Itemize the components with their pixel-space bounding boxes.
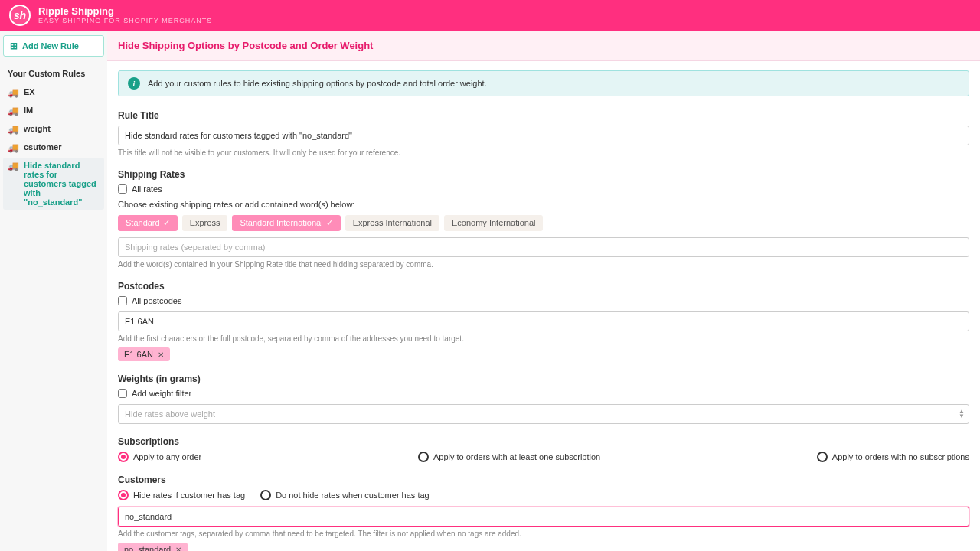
shipping-rates-input[interactable] — [118, 237, 969, 257]
rate-chip-economy-intl[interactable]: Economy International — [444, 215, 543, 231]
sidebar-rule-item[interactable]: 🚚 weight — [3, 121, 104, 138]
main-content: Hide Shipping Options by Postcode and Or… — [107, 31, 980, 551]
add-new-rule-label: Add New Rule — [22, 41, 79, 51]
rate-chip-standard-intl[interactable]: Standard International✓ — [232, 215, 340, 231]
rule-title-label: Rule Title — [118, 110, 969, 121]
weight-filter-checkbox-row[interactable]: Add weight filter — [118, 389, 969, 398]
sidebar-rule-item[interactable]: 🚚 csutomer — [3, 139, 104, 156]
rule-title-input[interactable] — [118, 126, 969, 145]
rate-chip-standard[interactable]: Standard✓ — [118, 215, 178, 231]
postcodes-help: Add the first characters or the full pos… — [118, 334, 969, 343]
subscription-option-with[interactable]: Apply to orders with at least one subscr… — [418, 452, 600, 462]
postcode-tag[interactable]: E1 6AN ✕ — [118, 347, 170, 361]
weight-filter-label: Add weight filter — [132, 389, 191, 398]
sidebar-rule-item-active[interactable]: 🚚 Hide standard rates for customers tagg… — [3, 158, 104, 210]
all-rates-checkbox-row[interactable]: All rates — [118, 184, 969, 194]
check-icon: ✓ — [163, 218, 170, 227]
customer-tag[interactable]: no_standard ✕ — [118, 543, 188, 551]
shipping-rates-help: Add the word(s) contained in your Shippi… — [118, 260, 969, 269]
check-icon: ✓ — [326, 218, 333, 227]
shipping-rates-label: Shipping Rates — [118, 169, 969, 180]
truck-icon: 🚚 — [8, 142, 19, 153]
sidebar-rule-item[interactable]: 🚚 EX — [3, 84, 104, 101]
info-text: Add your custom rules to hide existing s… — [148, 79, 487, 88]
sidebar-item-label: IM — [24, 106, 33, 115]
sidebar-item-label: Hide standard rates for customers tagged… — [24, 161, 100, 207]
all-postcodes-checkbox-row[interactable]: All postcodes — [118, 296, 969, 305]
page-title: Hide Shipping Options by Postcode and Or… — [107, 31, 980, 61]
sidebar-item-label: EX — [24, 87, 35, 96]
weight-filter-checkbox[interactable] — [118, 389, 127, 398]
sidebar-heading: Your Custom Rules — [3, 66, 104, 81]
customers-label: Customers — [118, 474, 969, 485]
truck-icon: 🚚 — [8, 106, 19, 116]
info-icon: i — [128, 77, 140, 90]
all-postcodes-checkbox[interactable] — [118, 296, 127, 305]
customers-option-hide[interactable]: Hide rates if customer has tag — [118, 490, 245, 500]
radio-checked-icon[interactable] — [118, 490, 129, 500]
app-logo: sh — [9, 5, 31, 26]
customers-option-nohide[interactable]: Do not hide rates when customer has tag — [260, 490, 430, 500]
weight-input[interactable] — [118, 404, 969, 424]
customer-tags-input[interactable] — [118, 507, 969, 527]
info-banner: i Add your custom rules to hide existing… — [118, 70, 969, 96]
choose-rates-text: Choose existing shipping rates or add co… — [118, 200, 969, 209]
radio-icon[interactable] — [817, 452, 828, 462]
add-new-rule-button[interactable]: ⊞ Add New Rule — [3, 35, 104, 57]
rate-chip-express[interactable]: Express — [182, 215, 228, 231]
add-icon: ⊞ — [10, 41, 18, 51]
truck-icon: 🚚 — [8, 161, 19, 171]
radio-icon[interactable] — [260, 490, 271, 500]
app-header: sh Ripple Shipping EASY SHIPPING FOR SHO… — [0, 0, 980, 31]
number-stepper-icon[interactable]: ▲▼ — [959, 409, 965, 419]
rate-chip-express-intl[interactable]: Express International — [345, 215, 439, 231]
subscription-option-any[interactable]: Apply to any order — [118, 452, 201, 462]
all-postcodes-label: All postcodes — [132, 296, 181, 305]
app-subtitle: EASY SHIPPING FOR SHOPIFY MERCHANTS — [38, 17, 212, 24]
truck-icon: 🚚 — [8, 87, 19, 98]
app-title: Ripple Shipping — [38, 6, 212, 17]
postcodes-label: Postcodes — [118, 281, 969, 292]
weights-label: Weights (in grams) — [118, 373, 969, 384]
all-rates-checkbox[interactable] — [118, 184, 127, 194]
all-rates-label: All rates — [132, 184, 162, 194]
sidebar-item-label: csutomer — [24, 142, 62, 152]
rule-title-help: This title will not be visible to your c… — [118, 148, 969, 157]
sidebar-item-label: weight — [24, 124, 51, 133]
sidebar-rule-item[interactable]: 🚚 IM — [3, 103, 104, 119]
truck-icon: 🚚 — [8, 124, 19, 135]
radio-checked-icon[interactable] — [118, 452, 129, 462]
postcodes-input[interactable] — [118, 311, 969, 331]
sidebar: ⊞ Add New Rule Your Custom Rules 🚚 EX 🚚 … — [0, 31, 107, 551]
customer-tags-help: Add the customer tags, separated by comm… — [118, 530, 969, 538]
subscriptions-label: Subscriptions — [118, 436, 969, 447]
remove-tag-icon[interactable]: ✕ — [175, 546, 181, 552]
subscription-option-none[interactable]: Apply to orders with no subscriptions — [817, 452, 969, 462]
radio-icon[interactable] — [418, 452, 429, 462]
remove-tag-icon[interactable]: ✕ — [158, 350, 164, 359]
